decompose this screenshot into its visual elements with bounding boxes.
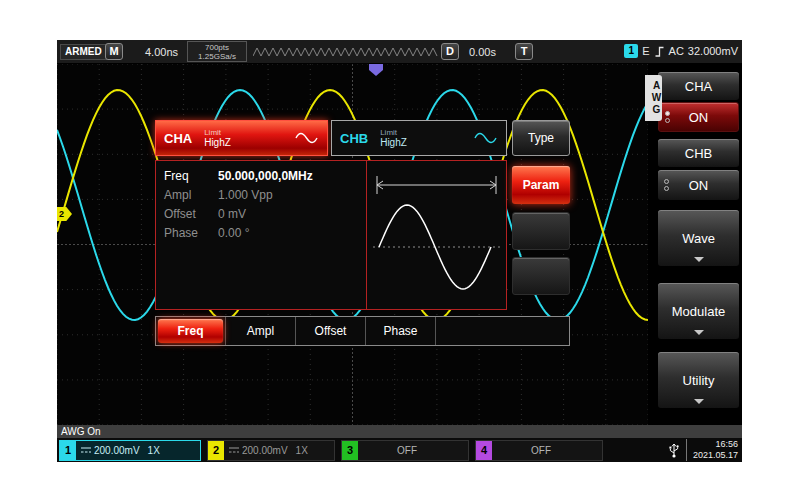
trigger-coupling: AC <box>669 45 684 57</box>
channel3-info[interactable]: 3 OFF <box>341 440 469 461</box>
param-tabs: Freq Ampl Offset Phase <box>155 316 570 346</box>
oscilloscope-screen: ARMED M 4.00ns 700pts 1.25GSa/s D 0.00s … <box>57 40 742 462</box>
awg-on-label: AWG On <box>61 426 101 437</box>
param-row-phase[interactable]: Phase0.00 ° <box>156 224 361 243</box>
menu-modulate[interactable]: Modulate <box>658 283 739 339</box>
delay-menu-key[interactable]: D <box>441 43 459 60</box>
sample-info-box: 700pts 1.25GSa/s <box>187 41 247 62</box>
param-panel: Freq50.000,000,0MHz Ampl1.000 Vpp Offset… <box>155 160 507 310</box>
param-value: 50.000,000,0MHz <box>218 169 313 183</box>
date: 2021.05.17 <box>693 450 738 461</box>
param-row-freq[interactable]: Freq50.000,000,0MHz <box>156 167 361 186</box>
radio-indicator <box>664 179 669 191</box>
type-button[interactable]: Type <box>512 120 570 156</box>
dc-coupling-icon <box>80 445 92 455</box>
timebase-readout: 4.00ns <box>145 46 178 58</box>
menu-label: Utility <box>683 373 715 388</box>
menu-wave[interactable]: Wave <box>658 210 739 266</box>
edge-slope-icon <box>654 45 665 58</box>
awg-tab[interactable]: AWG <box>645 75 662 121</box>
trigger-level: 32.000mV <box>688 45 738 57</box>
param-value: 0.00 ° <box>218 226 250 240</box>
chevron-down-icon <box>694 330 704 335</box>
chb-impedance: HighZ <box>380 138 407 148</box>
menu-cha-on[interactable]: ON <box>658 102 739 132</box>
waveform-preview <box>366 161 506 309</box>
awg-on-status: AWG On <box>57 425 742 438</box>
horizontal-menu-key[interactable]: M <box>105 43 123 60</box>
channel2-info[interactable]: 2 200.00mV 1X <box>207 440 335 461</box>
tab-phase[interactable]: Phase <box>368 319 433 343</box>
cha-header[interactable]: CHA Limit HighZ <box>155 120 328 156</box>
channel1-info[interactable]: 1 200.00mV 1X <box>59 440 201 461</box>
param-button[interactable]: Param <box>512 166 570 204</box>
record-length: 700pts <box>188 43 246 52</box>
top-status-bar: ARMED M 4.00ns 700pts 1.25GSa/s D 0.00s … <box>57 40 742 64</box>
menu-chb[interactable]: CHB <box>658 139 739 167</box>
chb-label: CHB <box>340 131 368 146</box>
menu-cha[interactable]: CHA <box>658 72 739 100</box>
channel3-badge: 3 <box>342 441 358 460</box>
clock: 16:56 2021.05.17 <box>686 439 738 461</box>
softkey-blank-2[interactable] <box>512 257 570 295</box>
param-label: Freq <box>164 167 218 186</box>
menu-label: CHA <box>685 79 712 94</box>
param-value: 0 mV <box>218 207 246 221</box>
radio-indicator <box>665 111 670 123</box>
channel2-probe: 1X <box>296 445 308 456</box>
channel1-scale: 200.00mV <box>94 445 140 456</box>
usb-icon <box>667 441 681 459</box>
tab-spacer <box>436 317 569 345</box>
trigger-info: 1 E AC 32.000mV <box>624 44 738 58</box>
param-row-ampl[interactable]: Ampl1.000 Vpp <box>156 186 361 205</box>
param-value: 1.000 Vpp <box>218 188 273 202</box>
menu-utility[interactable]: Utility <box>658 352 739 408</box>
awg-dialog: CHA Limit HighZ CHB Limit HighZ Type Fre… <box>155 120 570 348</box>
channel4-info[interactable]: 4 OFF <box>475 440 603 461</box>
channel4-badge: 4 <box>476 441 492 460</box>
chevron-down-icon <box>694 399 704 404</box>
channel1-probe: 1X <box>148 445 160 456</box>
side-menu: CHA ON CHB ON Wave Modulate Utility <box>655 64 742 425</box>
param-label: Offset <box>164 205 218 224</box>
time: 16:56 <box>693 439 738 450</box>
param-label: Ampl <box>164 186 218 205</box>
menu-chb-on[interactable]: ON <box>658 170 739 200</box>
trigger-type: E <box>642 45 649 57</box>
chb-header[interactable]: CHB Limit HighZ <box>331 120 507 156</box>
delay-readout: 0.00s <box>469 46 496 58</box>
trigger-source-badge: 1 <box>624 44 638 58</box>
menu-label: CHB <box>685 146 712 161</box>
sine-wave-icon <box>474 131 498 145</box>
cha-impedance: HighZ <box>204 138 231 148</box>
channel1-badge: 1 <box>60 441 76 460</box>
param-label: Phase <box>164 224 218 243</box>
acquisition-status: ARMED <box>60 44 107 60</box>
trigger-menu-key[interactable]: T <box>515 43 533 60</box>
chevron-down-icon <box>694 257 704 262</box>
tab-freq[interactable]: Freq <box>158 319 223 343</box>
waveform-overview-icon <box>253 45 439 59</box>
tab-offset[interactable]: Offset <box>298 319 363 343</box>
channel3-state: OFF <box>362 445 452 456</box>
sample-rate: 1.25GSa/s <box>188 52 246 61</box>
menu-label: ON <box>689 178 709 193</box>
menu-label: ON <box>689 110 709 125</box>
channel-bar: 1 200.00mV 1X 2 200.00mV 1X 3 OFF 4 OFF <box>57 438 742 462</box>
menu-label: Wave <box>682 231 715 246</box>
channel4-state: OFF <box>496 445 586 456</box>
cha-label: CHA <box>164 131 192 146</box>
tab-ampl[interactable]: Ampl <box>228 319 293 343</box>
menu-label: Modulate <box>672 304 725 319</box>
channel2-scale: 200.00mV <box>242 445 288 456</box>
sine-wave-icon <box>295 131 319 145</box>
param-row-offset[interactable]: Offset0 mV <box>156 205 361 224</box>
softkey-blank-1[interactable] <box>512 212 570 250</box>
dc-coupling-icon <box>228 445 240 455</box>
channel2-badge: 2 <box>208 441 224 460</box>
